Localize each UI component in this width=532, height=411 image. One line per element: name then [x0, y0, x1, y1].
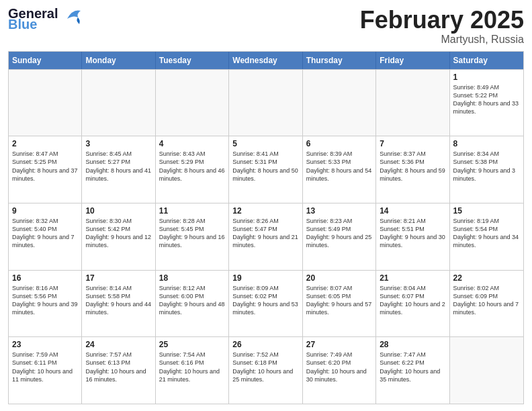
- table-row: 27Sunrise: 7:49 AM Sunset: 6:20 PM Dayli…: [303, 337, 376, 404]
- table-row: 22Sunrise: 8:02 AM Sunset: 6:09 PM Dayli…: [450, 271, 523, 337]
- day-info: Sunrise: 8:19 AM Sunset: 5:54 PM Dayligh…: [453, 217, 520, 250]
- table-row: 15Sunrise: 8:19 AM Sunset: 5:54 PM Dayli…: [450, 203, 523, 270]
- day-info: Sunrise: 8:02 AM Sunset: 6:09 PM Dayligh…: [453, 284, 520, 317]
- logo-blue: Blue: [8, 17, 58, 31]
- day-number: 1: [453, 73, 520, 82]
- day-number: 12: [232, 206, 298, 216]
- day-number: 26: [232, 340, 298, 349]
- day-info: Sunrise: 8:26 AM Sunset: 5:47 PM Dayligh…: [232, 217, 298, 250]
- subtitle: Martyush, Russia: [360, 34, 524, 46]
- day-info: Sunrise: 8:39 AM Sunset: 5:33 PM Dayligh…: [306, 150, 372, 183]
- calendar-week-4: 16Sunrise: 8:16 AM Sunset: 5:56 PM Dayli…: [9, 270, 523, 337]
- day-number: 10: [85, 206, 151, 216]
- day-number: 16: [12, 273, 78, 283]
- table-row: 17Sunrise: 8:14 AM Sunset: 5:58 PM Dayli…: [82, 271, 155, 337]
- day-number: 11: [159, 206, 225, 216]
- day-info: Sunrise: 8:16 AM Sunset: 5:56 PM Dayligh…: [12, 284, 78, 317]
- header-sunday: Sunday: [9, 52, 82, 69]
- table-row: 13Sunrise: 8:23 AM Sunset: 5:49 PM Dayli…: [303, 203, 376, 270]
- table-row: [9, 70, 82, 136]
- day-number: 27: [306, 340, 372, 349]
- day-number: 2: [12, 139, 78, 148]
- day-info: Sunrise: 8:30 AM Sunset: 5:42 PM Dayligh…: [85, 217, 151, 250]
- title-block: February 2025 Martyush, Russia: [360, 7, 524, 46]
- table-row: [156, 70, 229, 136]
- day-info: Sunrise: 7:47 AM Sunset: 6:22 PM Dayligh…: [380, 351, 445, 383]
- day-number: 9: [12, 206, 78, 216]
- table-row: 6Sunrise: 8:39 AM Sunset: 5:33 PM Daylig…: [303, 136, 376, 203]
- day-info: Sunrise: 8:34 AM Sunset: 5:38 PM Dayligh…: [453, 150, 520, 183]
- day-number: 25: [159, 340, 225, 349]
- day-number: 4: [159, 139, 225, 148]
- table-row: 11Sunrise: 8:28 AM Sunset: 5:45 PM Dayli…: [156, 203, 229, 270]
- calendar-body: 1Sunrise: 8:49 AM Sunset: 5:22 PM Daylig…: [9, 69, 523, 404]
- day-info: Sunrise: 8:07 AM Sunset: 6:05 PM Dayligh…: [306, 284, 372, 317]
- day-number: 17: [85, 273, 151, 283]
- day-info: Sunrise: 8:41 AM Sunset: 5:31 PM Dayligh…: [232, 150, 298, 183]
- header-friday: Friday: [376, 52, 449, 69]
- table-row: 9Sunrise: 8:32 AM Sunset: 5:40 PM Daylig…: [9, 203, 82, 270]
- day-number: 6: [306, 139, 372, 148]
- day-info: Sunrise: 8:23 AM Sunset: 5:49 PM Dayligh…: [306, 217, 372, 250]
- calendar-week-3: 9Sunrise: 8:32 AM Sunset: 5:40 PM Daylig…: [9, 203, 523, 270]
- day-info: Sunrise: 8:04 AM Sunset: 6:07 PM Dayligh…: [380, 284, 445, 317]
- logo: General Blue: [8, 7, 85, 31]
- day-number: 5: [232, 139, 298, 148]
- calendar-week-5: 23Sunrise: 7:59 AM Sunset: 6:11 PM Dayli…: [9, 336, 523, 404]
- logo-bird-icon: [60, 5, 85, 30]
- calendar-week-2: 2Sunrise: 8:47 AM Sunset: 5:25 PM Daylig…: [9, 136, 523, 203]
- day-number: 20: [306, 273, 372, 283]
- calendar-header: Sunday Monday Tuesday Wednesday Thursday…: [9, 52, 523, 69]
- day-info: Sunrise: 7:49 AM Sunset: 6:20 PM Dayligh…: [306, 351, 372, 383]
- table-row: 19Sunrise: 8:09 AM Sunset: 6:02 PM Dayli…: [229, 271, 302, 337]
- day-info: Sunrise: 7:57 AM Sunset: 6:13 PM Dayligh…: [85, 351, 151, 383]
- day-number: 13: [306, 206, 372, 216]
- header-thursday: Thursday: [303, 52, 376, 69]
- day-number: 28: [380, 340, 445, 349]
- table-row: [450, 337, 523, 404]
- day-number: 21: [380, 273, 445, 283]
- day-number: 22: [453, 273, 520, 283]
- table-row: 8Sunrise: 8:34 AM Sunset: 5:38 PM Daylig…: [450, 136, 523, 203]
- day-number: 14: [380, 206, 445, 216]
- table-row: 2Sunrise: 8:47 AM Sunset: 5:25 PM Daylig…: [9, 136, 82, 203]
- day-number: 23: [12, 340, 78, 349]
- day-info: Sunrise: 7:52 AM Sunset: 6:18 PM Dayligh…: [232, 351, 298, 383]
- table-row: 10Sunrise: 8:30 AM Sunset: 5:42 PM Dayli…: [82, 203, 155, 270]
- day-info: Sunrise: 8:45 AM Sunset: 5:27 PM Dayligh…: [85, 150, 151, 183]
- table-row: 4Sunrise: 8:43 AM Sunset: 5:29 PM Daylig…: [156, 136, 229, 203]
- table-row: 5Sunrise: 8:41 AM Sunset: 5:31 PM Daylig…: [229, 136, 302, 203]
- day-number: 8: [453, 139, 520, 148]
- day-info: Sunrise: 7:59 AM Sunset: 6:11 PM Dayligh…: [12, 351, 78, 383]
- day-info: Sunrise: 8:21 AM Sunset: 5:51 PM Dayligh…: [380, 217, 445, 250]
- table-row: [229, 70, 302, 136]
- day-number: 18: [159, 273, 225, 283]
- table-row: 16Sunrise: 8:16 AM Sunset: 5:56 PM Dayli…: [9, 271, 82, 337]
- day-info: Sunrise: 8:09 AM Sunset: 6:02 PM Dayligh…: [232, 284, 298, 317]
- header-tuesday: Tuesday: [156, 52, 229, 69]
- header-saturday: Saturday: [450, 52, 523, 69]
- table-row: 7Sunrise: 8:37 AM Sunset: 5:36 PM Daylig…: [376, 136, 449, 203]
- day-number: 15: [453, 206, 520, 216]
- day-info: Sunrise: 8:49 AM Sunset: 5:22 PM Dayligh…: [453, 83, 520, 116]
- table-row: 20Sunrise: 8:07 AM Sunset: 6:05 PM Dayli…: [303, 271, 376, 337]
- day-number: 19: [232, 273, 298, 283]
- table-row: 1Sunrise: 8:49 AM Sunset: 5:22 PM Daylig…: [450, 70, 523, 136]
- table-row: 28Sunrise: 7:47 AM Sunset: 6:22 PM Dayli…: [376, 337, 449, 404]
- day-info: Sunrise: 8:47 AM Sunset: 5:25 PM Dayligh…: [12, 150, 78, 183]
- page: General Blue February 2025 Martyush, Rus…: [0, 0, 532, 411]
- day-info: Sunrise: 8:28 AM Sunset: 5:45 PM Dayligh…: [159, 217, 225, 250]
- table-row: 3Sunrise: 8:45 AM Sunset: 5:27 PM Daylig…: [82, 136, 155, 203]
- header-monday: Monday: [82, 52, 155, 69]
- month-title: February 2025: [360, 7, 524, 34]
- day-info: Sunrise: 7:54 AM Sunset: 6:16 PM Dayligh…: [159, 351, 225, 383]
- calendar-week-1: 1Sunrise: 8:49 AM Sunset: 5:22 PM Daylig…: [9, 69, 523, 136]
- table-row: 24Sunrise: 7:57 AM Sunset: 6:13 PM Dayli…: [82, 337, 155, 404]
- table-row: [376, 70, 449, 136]
- table-row: 25Sunrise: 7:54 AM Sunset: 6:16 PM Dayli…: [156, 337, 229, 404]
- table-row: 26Sunrise: 7:52 AM Sunset: 6:18 PM Dayli…: [229, 337, 302, 404]
- table-row: 12Sunrise: 8:26 AM Sunset: 5:47 PM Dayli…: [229, 203, 302, 270]
- day-info: Sunrise: 8:37 AM Sunset: 5:36 PM Dayligh…: [380, 150, 445, 183]
- day-number: 7: [380, 139, 445, 148]
- day-number: 3: [85, 139, 151, 148]
